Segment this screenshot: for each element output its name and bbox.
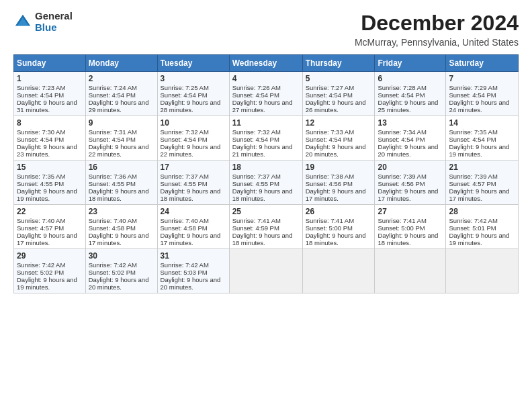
sunrise: Sunrise: 7:25 AM	[161, 84, 209, 91]
calendar-cell: 24Sunrise: 7:40 AMSunset: 4:58 PMDayligh…	[157, 205, 229, 249]
day-number: 16	[89, 163, 154, 172]
header-wednesday: Wednesday	[229, 55, 302, 72]
daylight: Daylight: 9 hours and 22 minutes.	[89, 143, 149, 158]
logo-text: General Blue	[35, 11, 73, 33]
header-saturday: Saturday	[446, 55, 519, 72]
calendar: Sunday Monday Tuesday Wednesday Thursday…	[13, 54, 519, 293]
logo: General Blue	[13, 11, 73, 33]
calendar-cell	[446, 249, 519, 293]
daylight: Daylight: 9 hours and 24 minutes.	[449, 99, 509, 113]
calendar-cell: 19Sunrise: 7:38 AMSunset: 4:56 PMDayligh…	[302, 161, 375, 205]
daylight: Daylight: 9 hours and 19 minutes.	[17, 276, 77, 291]
sunset: Sunset: 4:54 PM	[89, 136, 136, 143]
daylight: Daylight: 9 hours and 17 minutes.	[306, 187, 366, 202]
day-number: 1	[17, 74, 83, 83]
sunset: Sunset: 4:54 PM	[89, 91, 136, 99]
sunrise: Sunrise: 7:39 AM	[449, 173, 497, 180]
logo-blue-label: Blue	[35, 22, 73, 34]
day-number: 9	[89, 118, 154, 128]
header-sunday: Sunday	[14, 55, 86, 72]
calendar-cell: 14Sunrise: 7:35 AMSunset: 4:54 PMDayligh…	[446, 116, 519, 161]
sunrise: Sunrise: 7:40 AM	[17, 217, 65, 224]
calendar-cell: 31Sunrise: 7:42 AMSunset: 5:03 PMDayligh…	[157, 249, 229, 293]
sunset: Sunset: 5:03 PM	[161, 269, 208, 276]
sunrise: Sunrise: 7:30 AM	[17, 128, 65, 136]
sunset: Sunset: 4:55 PM	[17, 180, 64, 187]
calendar-week-3: 15Sunrise: 7:35 AMSunset: 4:55 PMDayligh…	[14, 161, 519, 205]
sunrise: Sunrise: 7:35 AM	[17, 173, 65, 180]
sunset: Sunset: 4:54 PM	[161, 136, 208, 143]
calendar-cell: 12Sunrise: 7:33 AMSunset: 4:54 PMDayligh…	[302, 116, 375, 161]
sunset: Sunset: 4:59 PM	[232, 224, 279, 232]
calendar-cell: 27Sunrise: 7:41 AMSunset: 5:00 PMDayligh…	[375, 205, 446, 249]
day-number: 14	[449, 118, 515, 128]
daylight: Daylight: 9 hours and 18 minutes.	[306, 232, 366, 246]
calendar-header-row: Sunday Monday Tuesday Wednesday Thursday…	[14, 55, 519, 72]
day-number: 27	[378, 207, 443, 216]
calendar-cell: 16Sunrise: 7:36 AMSunset: 4:55 PMDayligh…	[85, 161, 157, 205]
sunrise: Sunrise: 7:42 AM	[161, 261, 209, 269]
daylight: Daylight: 9 hours and 20 minutes.	[89, 276, 149, 291]
daylight: Daylight: 9 hours and 18 minutes.	[232, 232, 293, 246]
daylight: Daylight: 9 hours and 20 minutes.	[161, 276, 221, 291]
calendar-cell: 21Sunrise: 7:39 AMSunset: 4:57 PMDayligh…	[446, 161, 519, 205]
calendar-cell: 13Sunrise: 7:34 AMSunset: 4:54 PMDayligh…	[375, 116, 446, 161]
day-number: 11	[232, 118, 300, 128]
daylight: Daylight: 9 hours and 22 minutes.	[161, 143, 221, 158]
day-number: 31	[161, 251, 226, 261]
calendar-cell: 15Sunrise: 7:35 AMSunset: 4:55 PMDayligh…	[14, 161, 86, 205]
daylight: Daylight: 9 hours and 18 minutes.	[161, 187, 221, 202]
sunset: Sunset: 4:58 PM	[89, 224, 136, 232]
sunset: Sunset: 4:56 PM	[378, 180, 425, 187]
day-number: 22	[17, 207, 83, 216]
sunrise: Sunrise: 7:29 AM	[449, 84, 497, 91]
daylight: Daylight: 9 hours and 28 minutes.	[161, 99, 221, 113]
sunrise: Sunrise: 7:41 AM	[306, 217, 354, 224]
daylight: Daylight: 9 hours and 17 minutes.	[449, 187, 509, 202]
calendar-cell: 4Sunrise: 7:26 AMSunset: 4:54 PMDaylight…	[229, 72, 302, 116]
daylight: Daylight: 9 hours and 29 minutes.	[89, 99, 149, 113]
calendar-cell: 25Sunrise: 7:41 AMSunset: 4:59 PMDayligh…	[229, 205, 302, 249]
day-number: 13	[378, 118, 443, 128]
sunset: Sunset: 4:55 PM	[232, 180, 279, 187]
sunset: Sunset: 4:54 PM	[378, 91, 425, 99]
daylight: Daylight: 9 hours and 17 minutes.	[378, 187, 438, 202]
daylight: Daylight: 9 hours and 19 minutes.	[17, 187, 77, 202]
day-number: 18	[232, 163, 300, 172]
daylight: Daylight: 9 hours and 17 minutes.	[89, 232, 149, 246]
sunrise: Sunrise: 7:24 AM	[89, 84, 137, 91]
sunset: Sunset: 5:01 PM	[449, 224, 496, 232]
daylight: Daylight: 9 hours and 17 minutes.	[161, 232, 221, 246]
sunrise: Sunrise: 7:33 AM	[306, 128, 354, 136]
sunset: Sunset: 5:00 PM	[378, 224, 425, 232]
sunrise: Sunrise: 7:37 AM	[232, 173, 281, 180]
sunset: Sunset: 4:54 PM	[161, 91, 208, 99]
sunrise: Sunrise: 7:37 AM	[161, 173, 209, 180]
header-tuesday: Tuesday	[157, 55, 229, 72]
page: General Blue December 2024 McMurray, Pen…	[0, 0, 532, 411]
day-number: 7	[449, 74, 515, 83]
day-number: 4	[232, 74, 300, 83]
calendar-cell: 7Sunrise: 7:29 AMSunset: 4:54 PMDaylight…	[446, 72, 519, 116]
calendar-week-5: 29Sunrise: 7:42 AMSunset: 5:02 PMDayligh…	[14, 249, 519, 293]
sunrise: Sunrise: 7:38 AM	[306, 173, 354, 180]
calendar-cell: 28Sunrise: 7:42 AMSunset: 5:01 PMDayligh…	[446, 205, 519, 249]
sunset: Sunset: 4:58 PM	[161, 224, 208, 232]
day-number: 2	[89, 74, 154, 83]
calendar-cell	[302, 249, 375, 293]
daylight: Daylight: 9 hours and 25 minutes.	[378, 99, 438, 113]
sunset: Sunset: 4:54 PM	[306, 136, 353, 143]
sunrise: Sunrise: 7:42 AM	[17, 261, 65, 269]
sunrise: Sunrise: 7:31 AM	[89, 128, 137, 136]
day-number: 19	[306, 163, 372, 172]
header-thursday: Thursday	[302, 55, 375, 72]
sunrise: Sunrise: 7:23 AM	[17, 84, 65, 91]
sunset: Sunset: 5:02 PM	[89, 269, 136, 276]
logo-general-label: General	[35, 11, 73, 22]
sunset: Sunset: 4:54 PM	[378, 136, 425, 143]
daylight: Daylight: 9 hours and 23 minutes.	[17, 143, 77, 158]
day-number: 3	[161, 74, 226, 83]
sunrise: Sunrise: 7:26 AM	[232, 84, 281, 91]
calendar-cell: 18Sunrise: 7:37 AMSunset: 4:55 PMDayligh…	[229, 161, 302, 205]
sunset: Sunset: 4:57 PM	[17, 224, 64, 232]
